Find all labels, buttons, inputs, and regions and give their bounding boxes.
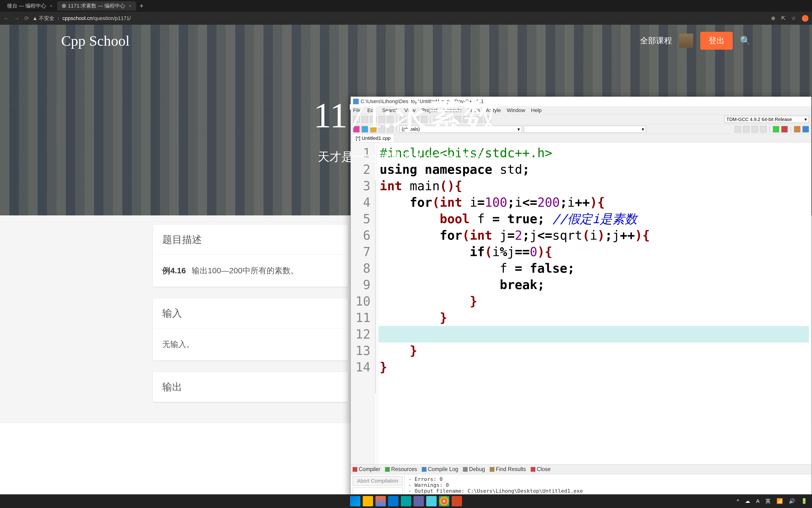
line-number: 8 xyxy=(351,260,371,277)
new-tab-button[interactable]: + xyxy=(136,2,147,10)
forward-icon[interactable]: → xyxy=(14,15,19,22)
logout-button[interactable]: 登出 xyxy=(700,32,733,50)
app-icon[interactable] xyxy=(388,496,398,506)
zoom-icon[interactable]: ⊕ xyxy=(771,15,775,22)
app-icon[interactable] xyxy=(426,496,437,506)
output-card: 输出 xyxy=(153,372,348,402)
card-header: 输入 xyxy=(153,298,348,328)
page-subtitle: 天才是一分灵感加九十九分血汗。 xyxy=(0,149,812,165)
app-icon[interactable] xyxy=(375,496,386,506)
browser-icon[interactable] xyxy=(401,496,411,506)
line-number: 13 xyxy=(351,342,371,359)
tab-title: 後台 — 编程中心 xyxy=(7,2,46,9)
site-brand[interactable]: Cpp School xyxy=(61,33,130,49)
code-text[interactable]: #include<bits/stdc++.h>using namespace s… xyxy=(379,142,811,464)
find-icon xyxy=(490,467,494,472)
code-editor[interactable]: 1 2 3 4 5 6 7 8 9 10 11 12 13 14 #includ… xyxy=(351,142,811,464)
line-number: 5 xyxy=(351,211,371,227)
avatar[interactable] xyxy=(679,34,693,48)
profile-icon[interactable] xyxy=(802,15,808,22)
tab-compile-log[interactable]: Compile Log xyxy=(422,466,458,472)
url-domain: cppschool.cn xyxy=(62,15,92,21)
bottom-panel-tabs: Compiler Resources Compile Log Debug Fin… xyxy=(351,464,811,474)
debug-icon xyxy=(463,467,468,472)
line-number: 3 xyxy=(351,178,371,194)
page-content: Cpp School 全部课程 登出 🔍 1171:求素数 天才是一分灵感加九十… xyxy=(0,25,812,508)
url-display[interactable]: cppschool.cn/question/p1171/ xyxy=(62,15,131,22)
compiler-icon xyxy=(352,467,357,472)
chrome-icon[interactable] xyxy=(439,496,449,506)
powerpoint-icon[interactable] xyxy=(451,496,462,506)
reload-icon[interactable]: ⟳ xyxy=(24,15,29,22)
tab-compiler[interactable]: Compiler xyxy=(352,466,380,472)
line-number: 11 xyxy=(351,309,371,326)
line-number: 9 xyxy=(351,277,371,293)
close-icon[interactable]: × xyxy=(129,4,132,8)
tab-find-results[interactable]: Find Results xyxy=(490,466,526,472)
tab-resources[interactable]: Resources xyxy=(385,466,417,472)
nav-all-courses[interactable]: 全部课程 xyxy=(640,35,672,46)
explorer-icon[interactable] xyxy=(363,496,373,506)
browser-tab[interactable]: 後台 — 编程中心 × xyxy=(2,1,57,11)
line-number: 4 xyxy=(351,194,371,211)
language-indicator[interactable]: 英 xyxy=(765,498,771,505)
card-body: 无输入。 xyxy=(153,328,348,361)
line-number: 7 xyxy=(351,244,371,260)
line-number: 12 xyxy=(351,326,371,342)
line-number: 14 xyxy=(351,359,371,376)
log-icon xyxy=(422,467,426,472)
windows-taskbar: ^ ☁ A 英 📶 🔊 🔋 xyxy=(0,494,812,508)
card-body: 例4.16输出100—200中所有的素数。 xyxy=(153,255,348,287)
problem-description-card: 题目描述 例4.16输出100—200中所有的素数。 xyxy=(153,225,348,287)
address-bar: ← → ⟳ ▲ 不安全 | cppschool.cn/question/p117… xyxy=(0,12,812,25)
card-header: 输出 xyxy=(153,372,348,402)
page-title: 1171:求素数 xyxy=(0,92,812,139)
security-label: 不安全 xyxy=(39,15,54,22)
close-icon xyxy=(531,467,535,472)
app-icon[interactable] xyxy=(414,496,424,506)
browser-tab-strip: 後台 — 编程中心 × 1171:求素数 — 编程中心 × + xyxy=(0,0,812,12)
line-number: 6 xyxy=(351,227,371,244)
tab-close[interactable]: Close xyxy=(531,466,551,472)
star-icon[interactable]: ☆ xyxy=(791,15,796,22)
desc-text: 输出100—200中所有的素数。 xyxy=(192,266,298,275)
resources-icon xyxy=(385,467,390,472)
battery-icon[interactable]: 🔋 xyxy=(801,498,807,504)
line-number: 10 xyxy=(351,293,371,309)
line-gutter: 1 2 3 4 5 6 7 8 9 10 11 12 13 14 xyxy=(351,142,374,464)
share-icon[interactable]: ⇱ xyxy=(781,15,785,22)
wifi-icon[interactable]: 📶 xyxy=(776,498,783,504)
onedrive-icon[interactable]: ☁ xyxy=(745,498,750,504)
search-icon[interactable]: 🔍 xyxy=(740,36,751,46)
start-button[interactable] xyxy=(350,496,361,506)
tab-favicon xyxy=(62,4,66,8)
input-card: 输入 无输入。 xyxy=(153,298,348,361)
chevron-up-icon[interactable]: ^ xyxy=(737,498,739,504)
example-tag: 例4.16 xyxy=(162,266,186,275)
warning-icon: ▲ xyxy=(33,15,38,22)
filter-input[interactable] xyxy=(352,488,403,494)
ime-indicator[interactable]: A xyxy=(756,498,760,504)
volume-icon[interactable]: 🔊 xyxy=(789,498,795,504)
browser-tab-active[interactable]: 1171:求素数 — 编程中心 × xyxy=(57,1,136,11)
back-icon[interactable]: ← xyxy=(4,15,9,22)
fold-column[interactable] xyxy=(374,142,379,464)
tab-title: 1171:求素数 — 编程中心 xyxy=(68,2,125,9)
close-icon[interactable]: × xyxy=(50,4,52,8)
tab-debug[interactable]: Debug xyxy=(463,466,485,472)
card-header: 题目描述 xyxy=(153,225,348,255)
url-path: /question/p1171/ xyxy=(92,15,131,21)
abort-compilation-button[interactable]: Abort Compilation xyxy=(352,476,403,485)
security-indicator[interactable]: ▲ 不安全 xyxy=(33,15,54,22)
